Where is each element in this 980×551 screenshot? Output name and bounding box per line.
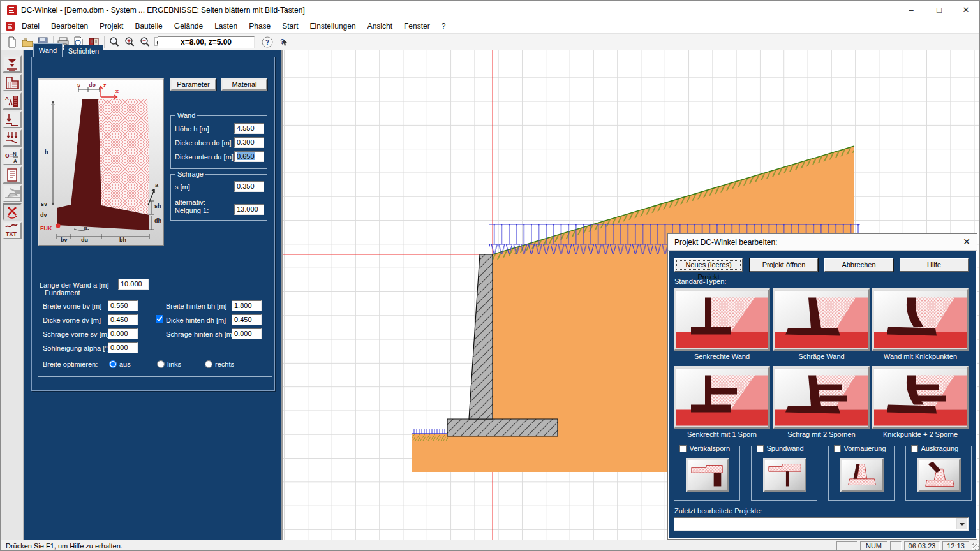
project-dialog: Projekt DC-Winkel bearbeiten: ✕ Neues (l… [667, 233, 977, 540]
app-icon [7, 5, 17, 15]
tab-wand[interactable]: Wand [33, 43, 63, 57]
zoom-window-icon[interactable] [108, 36, 122, 48]
menu-lasten[interactable]: Lasten [209, 20, 243, 33]
dicke-hinten-input[interactable]: 0.450 [232, 314, 262, 325]
menu-datei[interactable]: Datei [16, 20, 45, 33]
dicke-hinten-checkbox[interactable] [156, 315, 163, 323]
new-project-button[interactable]: Neues (leeres) Projekt [674, 258, 743, 272]
spundwand-tile[interactable] [763, 458, 806, 492]
menu-phase[interactable]: Phase [243, 20, 276, 33]
laenge-label: Länge der Wand a [m] [40, 281, 108, 289]
tile-schraeg-2-spornen[interactable] [773, 366, 870, 429]
settlement-icon[interactable] [3, 111, 22, 128]
svg-text:TXT: TXT [6, 231, 17, 237]
status-bar: Drücken Sie F1, um Hilfe zu erhalten. NU… [1, 540, 980, 551]
fundament-group: Fundament Breite vorne bv [m] 0.550 Dick… [38, 293, 272, 377]
auskragung-tile[interactable] [917, 458, 961, 492]
groundwater-icon[interactable] [3, 55, 22, 73]
tile-label-5: Schräg mit 2 Spornen [773, 430, 870, 438]
menu-help[interactable]: ? [436, 20, 452, 33]
front-soil-hatch [412, 434, 448, 441]
coordinate-readout: x=8.00, z=5.00 [158, 36, 255, 48]
menu-bauteile[interactable]: Bauteile [129, 20, 168, 33]
laenge-input[interactable]: 10.000 [118, 279, 149, 290]
schraege-hinten-input[interactable]: 0.000 [232, 328, 262, 339]
resize-grip[interactable] [972, 543, 979, 551]
auskragung-checkbox[interactable] [911, 445, 918, 452]
auskragung-group: Auskragung [905, 446, 972, 501]
dicke-unten-input[interactable]: 0.650 [234, 151, 264, 162]
report-icon[interactable] [3, 166, 22, 184]
retaining-wall-icon[interactable] [3, 74, 22, 91]
optimize-radio-aus[interactable] [109, 360, 117, 368]
wand-tab-card: Wand Schichten s [31, 57, 275, 391]
svg-text:A: A [13, 158, 17, 164]
tile-wand-knickpunkte[interactable] [872, 288, 969, 351]
tile-senkrecht-1-sporn[interactable] [674, 366, 770, 429]
vormauerung-tile[interactable] [840, 458, 884, 492]
excavation-icon[interactable] [3, 185, 22, 202]
tile-senkrechte-wand[interactable] [674, 288, 770, 351]
material-button[interactable]: Material [221, 78, 267, 91]
menu-ansicht[interactable]: Ansicht [362, 20, 398, 33]
s-input[interactable]: 0.350 [234, 181, 264, 192]
new-document-icon[interactable] [6, 36, 20, 48]
menu-start[interactable]: Start [276, 20, 304, 33]
title-bar: DC-Winkel - [Demo.dbm - System ... ERGEB… [1, 1, 980, 20]
dicke-oben-input[interactable]: 0.300 [234, 137, 264, 148]
dialog-close-icon[interactable]: ✕ [963, 237, 970, 247]
minimize-button[interactable]: – [900, 3, 922, 17]
neigung-input[interactable]: 13.000 [234, 204, 264, 215]
tile-schraege-wand[interactable] [773, 288, 870, 351]
menu-bearbeiten[interactable]: Bearbeiten [45, 20, 94, 33]
tile-knickpunkte-2-sporne[interactable] [872, 366, 969, 429]
status-time: 12:13 [942, 541, 969, 551]
optimize-rechts-label: rechts [215, 360, 234, 368]
axis-z: z [103, 82, 107, 89]
zoom-in-icon[interactable] [123, 36, 137, 48]
close-button[interactable]: ✕ [955, 3, 977, 17]
menu-projekt[interactable]: Projekt [94, 20, 129, 33]
parameter-button[interactable]: Parameter [170, 78, 216, 91]
menu-gelaende[interactable]: Gelände [168, 20, 209, 33]
cancel-icon[interactable] [3, 203, 22, 221]
application-window: DC-Winkel - [Demo.dbm - System ... ERGEB… [0, 0, 980, 551]
context-help-icon[interactable]: ? [276, 36, 290, 48]
dicke-vorne-input[interactable]: 0.450 [108, 314, 138, 325]
menu-einstellungen[interactable]: Einstellungen [304, 20, 362, 33]
vormauerung-checkbox[interactable] [834, 445, 841, 452]
wand-group: Wand Höhe h [m] 4.550 Dicke oben do [m] … [170, 115, 267, 169]
loads-icon[interactable] [3, 129, 22, 147]
vertikalsporn-checkbox[interactable] [679, 445, 687, 452]
spundwand-checkbox[interactable] [757, 445, 764, 452]
breite-hinten-input[interactable]: 1.800 [232, 300, 262, 311]
dicke-hinten-label: Dicke hinten dh [m] [166, 316, 226, 324]
txt-export-icon[interactable]: TXT [3, 222, 22, 239]
svg-text:A: A [5, 96, 9, 101]
cancel-button[interactable]: Abbrechen [824, 258, 893, 272]
schraege-vorne-input[interactable]: 0.000 [108, 328, 138, 339]
dim-dv: dv [40, 212, 47, 218]
recent-projects-combobox[interactable] [674, 517, 969, 531]
optimize-radio-links[interactable] [157, 360, 165, 368]
help-button[interactable]: Hilfe [900, 258, 969, 272]
foundation [447, 419, 558, 436]
zoom-out-icon[interactable] [138, 36, 152, 48]
help-icon[interactable]: ? [261, 36, 275, 48]
wall-schematic-drawing [39, 80, 163, 245]
vertikalsporn-tile[interactable] [686, 458, 729, 492]
hoehe-input[interactable]: 4.550 [234, 123, 264, 134]
open-project-button[interactable]: Projekt öffnen [750, 258, 818, 272]
stress-icon[interactable]: σ=NA [3, 148, 22, 165]
window-title: DC-Winkel - [Demo.dbm - System ... ERGEB… [21, 6, 305, 15]
menu-fenster[interactable]: Fenster [398, 20, 436, 33]
wall-check-icon[interactable]: A [3, 92, 22, 110]
optimize-radio-rechts[interactable] [205, 360, 212, 368]
tab-schichten[interactable]: Schichten [64, 45, 103, 57]
breite-vorne-input[interactable]: 0.550 [108, 300, 138, 311]
dropdown-arrow-icon[interactable] [956, 518, 967, 529]
sohlneigung-input[interactable]: 0.000 [108, 342, 138, 353]
maximize-button[interactable]: □ [928, 3, 950, 17]
hoehe-label: Höhe h [m] [175, 125, 209, 133]
dim-du: du [81, 237, 88, 243]
